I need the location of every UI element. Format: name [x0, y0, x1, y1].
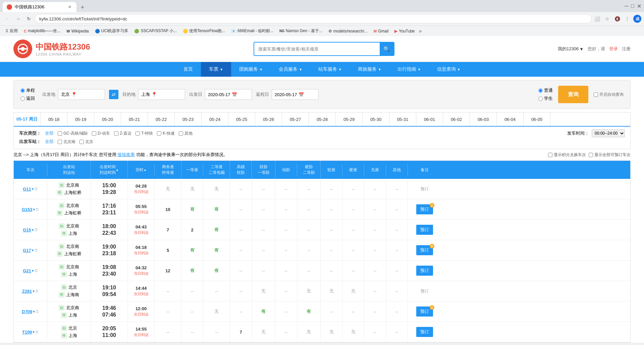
- gc-checkbox[interactable]: [58, 131, 62, 136]
- date-tab-19[interactable]: 06-05: [524, 113, 550, 126]
- train-copy-icon[interactable]: 🗒: [35, 269, 38, 273]
- date-tab-18[interactable]: 06-04: [497, 113, 524, 126]
- nav-member[interactable]: 会员服务 ▼: [271, 62, 310, 77]
- bookmark-matplotlib[interactable]: C matplotlib——坐...: [21, 27, 63, 35]
- apps-button[interactable]: ⠿ 应用: [3, 27, 20, 35]
- trip-type-round[interactable]: 返回: [20, 95, 35, 101]
- book-g21-button[interactable]: 预订: [416, 266, 433, 276]
- th-duration[interactable]: 历时: [128, 164, 155, 176]
- bookmark-wikipedia[interactable]: W Wikipedia: [64, 27, 91, 35]
- date-tab-8[interactable]: 05-25: [228, 113, 255, 126]
- bookmark-gmail[interactable]: M Gmail: [371, 27, 391, 35]
- train-copy-icon[interactable]: 🗒: [35, 249, 38, 252]
- train-expand-icon[interactable]: ▼: [31, 249, 35, 252]
- th-time[interactable]: 出发时间 到达时间: [91, 161, 128, 179]
- forward-button[interactable]: →: [13, 14, 23, 23]
- nav-home[interactable]: 首页: [175, 62, 201, 77]
- t-filter[interactable]: T-特快: [136, 131, 153, 136]
- date-tab-16[interactable]: 06-02: [443, 113, 470, 126]
- my12306-link[interactable]: 我的12306 ▼: [558, 46, 584, 52]
- train-expand-icon[interactable]: ▼: [31, 269, 35, 273]
- minimize-button[interactable]: ─: [625, 3, 628, 9]
- more-icon[interactable]: ⋮: [623, 15, 631, 23]
- gc-filter[interactable]: GC-高铁/城际: [58, 131, 88, 136]
- date-tab-2[interactable]: 05-19: [67, 113, 94, 126]
- date-tab-10[interactable]: 05-27: [282, 113, 309, 126]
- z-checkbox[interactable]: [114, 131, 118, 136]
- to-station-input[interactable]: 上海 📍: [138, 89, 185, 100]
- beijing-nan-checkbox[interactable]: [58, 140, 62, 144]
- d-filter[interactable]: D-动车: [92, 131, 110, 136]
- show-all-option[interactable]: 显示全部可预订车次: [589, 152, 631, 158]
- train-t109-link[interactable]: T109: [22, 330, 32, 335]
- date-tab-14[interactable]: 05-31: [389, 113, 416, 126]
- time-filter-select[interactable]: 00:00--24:00: [592, 129, 625, 137]
- train-g153-link[interactable]: G153: [22, 207, 33, 212]
- header-search-button[interactable]: 🔍: [380, 43, 394, 55]
- screen-cast-icon[interactable]: ⬜: [593, 15, 601, 23]
- train-expand-icon[interactable]: ▼: [31, 187, 35, 191]
- date-tab-1[interactable]: 05-18: [41, 113, 67, 126]
- query-button[interactable]: 查询: [558, 86, 588, 103]
- date-tab-5[interactable]: 05-22: [148, 113, 175, 126]
- bookmark-sscap[interactable]: 🟢 SSCAP/SSTAP 小...: [131, 27, 179, 35]
- train-copy-icon[interactable]: 🗒: [35, 330, 39, 334]
- mute-icon[interactable]: 🔇: [613, 15, 621, 23]
- register-link[interactable]: 注册: [622, 46, 631, 52]
- nav-group[interactable]: 团购服务 ▼: [231, 62, 271, 77]
- relay-transfer-link[interactable]: 接续换乘: [117, 152, 135, 157]
- header-search-input[interactable]: [254, 44, 380, 54]
- train-copy-icon[interactable]: 🗒: [35, 228, 38, 232]
- bookmark-github[interactable]: ⚙ models/research/...: [326, 27, 370, 35]
- maximize-button[interactable]: □: [631, 3, 634, 9]
- k-checkbox[interactable]: [157, 131, 161, 136]
- show-points-checkbox[interactable]: [548, 153, 552, 157]
- login-link[interactable]: 登录: [609, 46, 618, 52]
- date-tab-7[interactable]: 05-24: [202, 113, 228, 126]
- close-button[interactable]: ✕: [637, 3, 641, 9]
- date-tab-9[interactable]: 05-26: [255, 113, 282, 126]
- t-checkbox[interactable]: [136, 131, 140, 136]
- tab-close-button[interactable]: ✕: [67, 4, 72, 10]
- book-g15-button[interactable]: 预订: [416, 225, 433, 235]
- bookmark-tensorflow[interactable]: 🟡 使用TensorFlow跑...: [180, 27, 228, 35]
- train-expand-icon[interactable]: ▼: [32, 330, 35, 334]
- address-bar[interactable]: kyfw.12306.cn/otn/leftTicket/init?linkty…: [35, 14, 592, 23]
- beijing-checkbox[interactable]: [79, 140, 84, 144]
- train-d709-link[interactable]: D709: [22, 309, 32, 314]
- nav-info[interactable]: 信息查询 ▼: [429, 62, 469, 77]
- show-all-checkbox[interactable]: [589, 153, 593, 157]
- trip-round-radio[interactable]: [20, 96, 25, 101]
- trip-type-single[interactable]: 单程: [20, 87, 35, 93]
- depart-date-input[interactable]: 2020-05-17 📅: [205, 89, 252, 100]
- train-z281-link[interactable]: Z281: [22, 289, 32, 294]
- train-copy-icon[interactable]: 🗒: [35, 187, 38, 191]
- bookmark-666email[interactable]: 📧 666Email - 临时邮...: [228, 27, 276, 35]
- all-filter[interactable]: 全部: [45, 130, 54, 136]
- train-g11-link[interactable]: G11: [23, 187, 31, 192]
- date-tab-3[interactable]: 05-20: [94, 113, 121, 126]
- train-expand-icon[interactable]: ▼: [32, 310, 36, 314]
- bookmarks-more-button[interactable]: »: [419, 28, 422, 34]
- train-expand-icon[interactable]: ▼: [32, 289, 35, 293]
- k-filter[interactable]: K-快速: [157, 131, 175, 136]
- bookmark-uci[interactable]: 🔵 UCI机器学习库: [92, 27, 131, 35]
- date-tab-13[interactable]: 05-30: [363, 113, 389, 126]
- show-points-option[interactable]: 显示积分兑换车次: [548, 152, 586, 158]
- other-filter[interactable]: 其他: [179, 131, 193, 136]
- ticket-student[interactable]: 学生: [538, 95, 553, 101]
- train-copy-icon[interactable]: 🗒: [36, 310, 39, 314]
- swap-stations-button[interactable]: ⇄: [109, 90, 118, 99]
- date-tab-0[interactable]: 05-17 周日: [14, 113, 41, 126]
- active-tab[interactable]: 中国铁路12306 ✕: [3, 2, 76, 12]
- z-filter[interactable]: Z-直达: [114, 131, 131, 136]
- date-tab-4[interactable]: 05-21: [121, 113, 148, 126]
- other-checkbox[interactable]: [179, 131, 183, 136]
- train-expand-icon[interactable]: ▼: [32, 208, 36, 211]
- nav-station[interactable]: 站车服务 ▼: [310, 62, 350, 77]
- ticket-normal-radio[interactable]: [538, 88, 543, 93]
- date-tab-17[interactable]: 06-03: [470, 113, 497, 126]
- nav-guide[interactable]: 出行指南 ▼: [389, 62, 429, 77]
- reload-button[interactable]: ↻: [24, 14, 34, 23]
- train-g17-link[interactable]: G17: [23, 248, 31, 253]
